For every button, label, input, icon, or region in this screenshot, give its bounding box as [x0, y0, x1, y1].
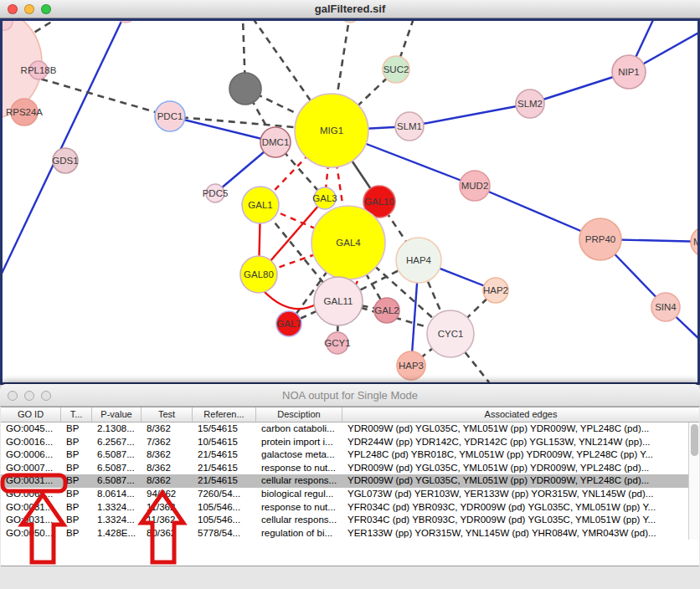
column-header-p-value[interactable]: P-value	[92, 407, 142, 422]
noa-window-title: NOA output for Single Mode	[0, 389, 700, 402]
column-header-desciption[interactable]: Desciption	[256, 407, 342, 422]
table-cell: response to nut...	[256, 462, 342, 475]
network-window-title: galFiltered.sif	[0, 3, 700, 15]
node-nip-cut[interactable]	[647, 18, 669, 20]
node-label-CYC1: CYC1	[438, 329, 464, 339]
table-body: GO:0045...BP2.1308...8/36215/54615carbon…	[1, 423, 699, 540]
node-gray-node[interactable]	[229, 73, 261, 105]
table-cell: YPL248C (pd) YBR018C, YML051W (pp) YDR00…	[342, 448, 699, 462]
table-row[interactable]: GO:0006...BP6.5087...8/36221/54615galact…	[1, 448, 699, 462]
node-label-MUD2: MUD2	[461, 181, 489, 191]
network-edge	[263, 290, 316, 309]
table-cell: cellular respons...	[256, 474, 342, 488]
table-cell: 11/362	[142, 501, 193, 515]
network-window: galFiltered.sif RPL18BRPS24AGDS1PDC1DMC1…	[0, 0, 700, 385]
network-window-titlebar[interactable]: galFiltered.sif	[0, 0, 700, 18]
column-header-associated-edges[interactable]: Associated edges	[342, 407, 699, 422]
table-cell: BP	[61, 501, 92, 515]
table-cell: BP	[61, 527, 92, 540]
noa-window-titlebar[interactable]: NOA output for Single Mode	[0, 384, 700, 407]
table-row[interactable]: GO:0050...BP1.428E...80/3625778/54...reg…	[1, 527, 699, 540]
node-label-GAL4: GAL4	[336, 238, 361, 248]
table-cell: BP	[61, 436, 92, 449]
table-cell: YER133W (pp) YOR315W, YNL145W (pd) YHR08…	[342, 527, 699, 540]
table-cell: GO:0045...	[1, 423, 61, 436]
table-row[interactable]: GO:0007...BP6.5087...8/36221/54615respon…	[1, 462, 699, 475]
table-row[interactable]: GO:0031...BP6.5087...8/36221/54615cellul…	[1, 474, 699, 488]
table-cell: 6.5087...	[92, 474, 142, 488]
noa-results-table: GO IDT...P-valueTestReferen...Desciption…	[1, 407, 699, 566]
node-label-RPL18B: RPL18B	[21, 65, 57, 75]
table-cell: YGL073W (pd) YER103W, YER133W (pp) YOR31…	[342, 488, 699, 501]
table-cell: YDR009W (pd) YGL035C, YML051W (pp) YDR00…	[342, 462, 699, 475]
node-label-HAP3: HAP3	[399, 361, 424, 371]
table-cell: 10/54615	[193, 436, 256, 449]
table-cell: 21/54615	[193, 448, 256, 462]
table-row[interactable]: GO:0065...BP8.0614...94/3627260/54...bio…	[1, 488, 699, 501]
node-label-PDC5: PDC5	[203, 188, 229, 198]
table-cell: 21/54615	[193, 462, 256, 475]
table-cell: GO:0031...	[1, 474, 61, 488]
table-cell: BP	[61, 514, 92, 527]
table-row[interactable]: GO:0031...BP1.3324...11/362105/546...cel…	[1, 514, 699, 527]
column-header-referen[interactable]: Referen...	[193, 407, 256, 422]
node-label-GCY1: GCY1	[324, 338, 350, 348]
table-row[interactable]: GO:0016...BP6.2567...7/36210/54615protei…	[1, 436, 699, 449]
noa-output-window: NOA output for Single Mode GO IDT...P-va…	[0, 384, 700, 589]
table-cell: 94/362	[142, 488, 193, 501]
scrollbar-thumb[interactable]	[691, 424, 698, 456]
node-label-GAL7: GAL7	[276, 319, 301, 329]
table-cell: 7/362	[142, 436, 193, 449]
column-header-t[interactable]: T...	[61, 407, 92, 422]
table-cell: 8/362	[142, 474, 193, 488]
table-cell: GO:0007...	[1, 462, 61, 475]
network-canvas[interactable]: RPL18BRPS24AGDS1PDC1DMC1MIG1SUC2SLM1SLM2…	[0, 18, 700, 385]
table-cell: BP	[61, 423, 92, 436]
node-label-GAL11: GAL11	[324, 296, 353, 306]
vertical-scrollbar[interactable]	[688, 423, 699, 540]
table-cell: 11/362	[142, 514, 193, 527]
table-cell: galactose meta...	[256, 448, 342, 462]
node-label-SUC2: SUC2	[383, 64, 409, 74]
column-header-test[interactable]: Test	[142, 407, 193, 422]
table-cell: regulation of bi...	[256, 527, 342, 540]
table-cell: 7260/54...	[193, 488, 256, 501]
table-row[interactable]: GO:0031...BP1.3324...11/362105/546...res…	[1, 501, 699, 515]
table-cell: 105/546...	[193, 501, 256, 515]
node-label-SIN4: SIN4	[655, 302, 677, 312]
table-cell: 21/54615	[193, 474, 256, 488]
table-cell: 15/54615	[193, 423, 256, 436]
node-label-GAL10: GAL10	[364, 197, 394, 207]
table-cell: YFR034C (pd) YBR093C, YDR009W (pd) YGL03…	[342, 501, 699, 515]
table-cell: YDR009W (pd) YGL035C, YML051W (pp) YDR00…	[342, 423, 699, 436]
table-cell: BP	[61, 474, 92, 488]
table-cell: 2.1308...	[92, 423, 142, 436]
table-row[interactable]: GO:0045...BP2.1308...8/36215/54615carbon…	[1, 423, 699, 436]
node-label-HAP4: HAP4	[406, 255, 432, 265]
node-label-GAL2: GAL2	[374, 305, 399, 315]
table-cell: 8/362	[142, 448, 193, 462]
table-cell: biological regul...	[256, 488, 342, 501]
table-cell: BP	[61, 448, 92, 462]
table-cell: 8/362	[142, 423, 193, 436]
node-green-cut[interactable]	[341, 18, 359, 23]
node-top-cut-1[interactable]	[116, 18, 136, 23]
table-cell: carbon cataboli...	[256, 423, 342, 436]
table-cell: 105/546...	[193, 514, 256, 527]
table-cell: 6.5087...	[92, 462, 142, 475]
table-cell: cellular respons...	[256, 514, 342, 527]
network-edge	[409, 104, 530, 126]
table-cell: 1.428E...	[92, 527, 142, 540]
table-cell: GO:0031...	[1, 501, 61, 515]
table-cell: BP	[61, 462, 92, 475]
table-cell: 6.5087...	[92, 448, 142, 462]
table-cell: GO:0006...	[1, 448, 61, 462]
node-label-MSL1: MSL1	[693, 237, 700, 247]
table-cell: 1.3324...	[92, 514, 142, 527]
node-label-GDS1: GDS1	[52, 156, 78, 166]
node-label-SLM1: SLM1	[397, 121, 422, 131]
node-label-GAL3: GAL3	[312, 193, 337, 203]
column-header-go-id[interactable]: GO ID	[1, 407, 61, 422]
table-cell: 6.2567...	[92, 436, 142, 449]
node-label-GAL1: GAL1	[248, 200, 272, 210]
